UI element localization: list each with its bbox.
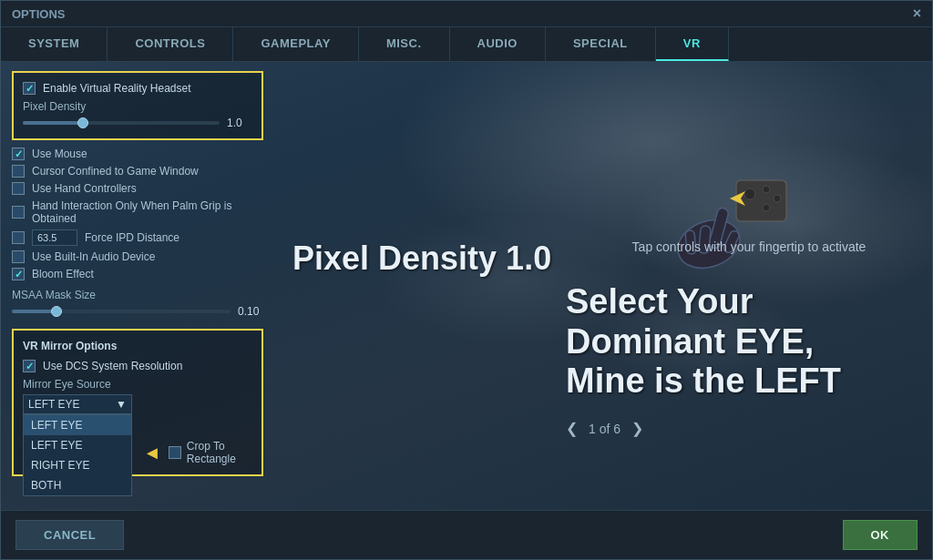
svg-point-1 bbox=[744, 188, 755, 199]
eye-dropdown-open: LEFT EYE LEFT EYE RIGHT EYE BOTH bbox=[23, 414, 132, 496]
eye-option-right[interactable]: RIGHT EYE bbox=[24, 455, 131, 475]
mirror-section: VR Mirror Options Use DCS System Resolut… bbox=[12, 329, 263, 476]
cursor-confined-checkbox[interactable] bbox=[12, 165, 25, 178]
enable-vr-row: Enable Virtual Reality Headset bbox=[23, 82, 252, 95]
msaa-label: MSAA Mask Size bbox=[12, 289, 263, 301]
option-bloom: Bloom Effect bbox=[12, 268, 263, 280]
eye-option-both[interactable]: BOTH bbox=[24, 475, 131, 495]
right-panel: Pixel Density 1.0 bbox=[274, 62, 932, 510]
msaa-value: 0.10 bbox=[238, 305, 263, 318]
next-page-button[interactable]: ❯ bbox=[631, 420, 643, 437]
enable-vr-label: Enable Virtual Reality Headset bbox=[43, 82, 191, 95]
eye-dropdown-container: LEFT EYE ▼ LEFT EYE LEFT EYE RIGHT EYE B… bbox=[23, 394, 132, 414]
tab-special[interactable]: SPECIAL bbox=[546, 27, 656, 61]
eye-source-label: Mirror Eye Source bbox=[23, 378, 252, 391]
options-list: Use Mouse Cursor Confined to Game Window… bbox=[12, 148, 263, 318]
dominant-eye-area: Select Your Dominant EYE, Mine is the LE… bbox=[566, 282, 841, 437]
option-hand-controllers: Use Hand Controllers bbox=[12, 182, 263, 195]
use-dcs-checkbox[interactable] bbox=[23, 360, 36, 372]
pixel-density-title: Pixel Density 1.0 bbox=[292, 239, 551, 278]
hand-interaction-label: Hand Interaction Only When Palm Grip is … bbox=[32, 199, 263, 225]
pixel-density-value: 1.0 bbox=[227, 117, 252, 129]
prev-page-button[interactable]: ❮ bbox=[566, 420, 578, 437]
window-title: OPTIONS bbox=[12, 7, 66, 21]
main-content: Enable Virtual Reality Headset Pixel Den… bbox=[1, 62, 932, 510]
tab-misc[interactable]: MISC. bbox=[359, 27, 450, 61]
enable-vr-checkbox[interactable] bbox=[23, 82, 36, 95]
use-dcs-row: Use DCS System Resolution bbox=[23, 360, 252, 372]
eye-selected-value: LEFT EYE bbox=[28, 398, 79, 411]
option-cursor-confined: Cursor Confined to Game Window bbox=[12, 165, 263, 178]
eye-source-row: LEFT EYE ▼ LEFT EYE LEFT EYE RIGHT EYE B… bbox=[23, 394, 252, 465]
dominant-eye-text: Select Your Dominant EYE, Mine is the LE… bbox=[566, 282, 841, 402]
title-bar: OPTIONS × bbox=[1, 1, 932, 27]
use-dcs-label: Use DCS System Resolution bbox=[43, 360, 182, 372]
svg-point-4 bbox=[763, 204, 770, 211]
force-ipd-label: Force IPD Distance bbox=[85, 231, 179, 244]
options-window: OPTIONS × SYSTEM CONTROLS GAMEPLAY MISC.… bbox=[0, 0, 933, 560]
force-ipd-checkbox[interactable] bbox=[12, 231, 25, 244]
pixel-density-thumb[interactable] bbox=[77, 117, 88, 128]
tab-gameplay[interactable]: GAMEPLAY bbox=[233, 27, 358, 61]
bloom-checkbox[interactable] bbox=[12, 268, 25, 280]
builtin-audio-checkbox[interactable] bbox=[12, 250, 25, 263]
msaa-slider-row: 0.10 bbox=[12, 305, 263, 318]
use-mouse-label: Use Mouse bbox=[32, 148, 87, 160]
svg-point-3 bbox=[774, 195, 781, 202]
fingertip-text: Tap controls with your fingertip to acti… bbox=[584, 239, 914, 254]
eye-option-left2[interactable]: LEFT EYE bbox=[24, 435, 131, 455]
pixel-density-fill bbox=[23, 121, 82, 125]
msaa-track[interactable] bbox=[12, 310, 231, 313]
pagination: ❮ 1 of 6 ❯ bbox=[566, 420, 841, 437]
dropdown-arrow-icon: ▼ bbox=[116, 398, 127, 411]
use-mouse-checkbox[interactable] bbox=[12, 148, 25, 160]
cancel-button[interactable]: CANCEL bbox=[15, 520, 124, 550]
left-panel: Enable Virtual Reality Headset Pixel Den… bbox=[1, 62, 274, 510]
hand-interaction-checkbox[interactable] bbox=[12, 206, 25, 219]
crop-label: Crop To Rectangle bbox=[187, 440, 252, 465]
force-ipd-input[interactable] bbox=[32, 229, 77, 246]
option-hand-interaction: Hand Interaction Only When Palm Grip is … bbox=[12, 199, 263, 225]
svg-point-2 bbox=[763, 186, 770, 193]
msaa-thumb[interactable] bbox=[51, 306, 62, 317]
eye-option-left1[interactable]: LEFT EYE bbox=[24, 415, 131, 435]
hand-controllers-label: Use Hand Controllers bbox=[32, 182, 137, 195]
tab-controls[interactable]: CONTROLS bbox=[108, 27, 233, 61]
close-button[interactable]: × bbox=[913, 6, 921, 21]
ok-button[interactable]: OK bbox=[843, 520, 918, 550]
tab-vr[interactable]: VR bbox=[656, 27, 729, 61]
page-indicator: 1 of 6 bbox=[589, 422, 620, 436]
bottom-bar: CANCEL OK bbox=[1, 510, 932, 559]
crop-checkbox[interactable] bbox=[169, 446, 181, 459]
tab-audio[interactable]: AUDIO bbox=[450, 27, 546, 61]
left-arrow-icon: ◄ bbox=[143, 443, 161, 463]
cursor-confined-label: Cursor Confined to Game Window bbox=[32, 165, 199, 178]
option-use-mouse: Use Mouse bbox=[12, 148, 263, 160]
pixel-density-label: Pixel Density bbox=[23, 100, 252, 113]
vr-enable-section: Enable Virtual Reality Headset Pixel Den… bbox=[12, 71, 263, 140]
fingertip-area: Tap controls with your fingertip to acti… bbox=[584, 239, 914, 272]
hand-illustration bbox=[659, 171, 805, 292]
msaa-fill bbox=[12, 310, 56, 313]
tab-system[interactable]: SYSTEM bbox=[1, 27, 108, 61]
option-builtin-audio: Use Built-In Audio Device bbox=[12, 250, 263, 263]
builtin-audio-label: Use Built-In Audio Device bbox=[32, 250, 155, 263]
arrow-annotation: ◄ Crop To Rectangle bbox=[143, 440, 252, 465]
hand-controllers-checkbox[interactable] bbox=[12, 182, 25, 195]
bloom-label: Bloom Effect bbox=[32, 268, 94, 280]
mirror-title: VR Mirror Options bbox=[23, 340, 252, 352]
tab-bar: SYSTEM CONTROLS GAMEPLAY MISC. AUDIO SPE… bbox=[1, 27, 932, 62]
option-force-ipd: Force IPD Distance bbox=[12, 229, 263, 246]
pixel-density-track[interactable] bbox=[23, 121, 220, 125]
pixel-density-slider-row: 1.0 bbox=[23, 117, 252, 129]
eye-dropdown[interactable]: LEFT EYE ▼ bbox=[23, 394, 132, 414]
